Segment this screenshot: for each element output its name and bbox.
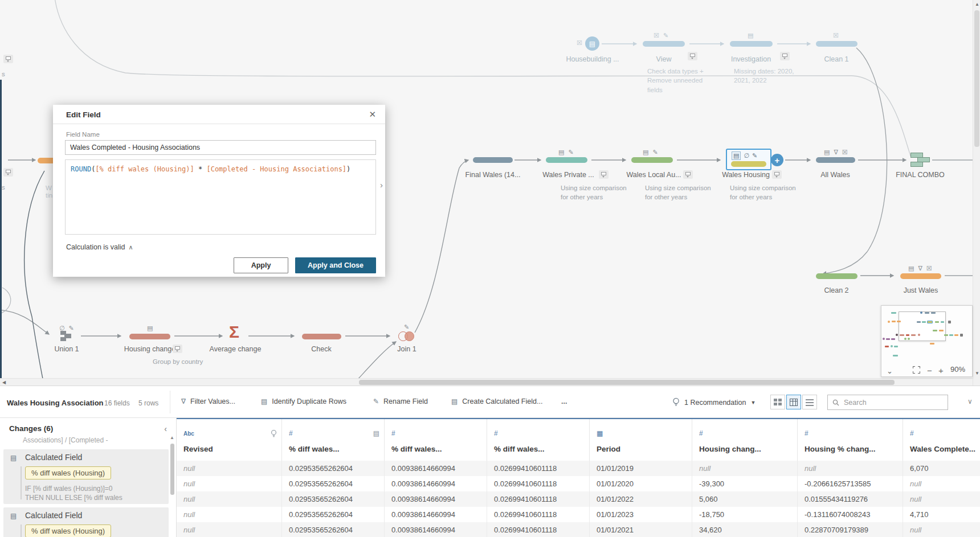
node-label-average-change[interactable]: Average change xyxy=(207,345,264,353)
table-row[interactable]: null0.029535652626040.009386146609940.02… xyxy=(177,491,980,507)
collapse-panel-icon[interactable]: ‹ xyxy=(164,424,167,433)
grid-cell[interactable]: 0.00938614660994 xyxy=(385,522,487,537)
node-label-final-wales[interactable]: Final Wales (14... xyxy=(464,171,521,179)
search-box[interactable] xyxy=(827,395,948,410)
node-view[interactable] xyxy=(643,41,685,47)
grid-cell[interactable]: -0.20661625713585 xyxy=(798,476,903,491)
grid-cell[interactable]: 34,620 xyxy=(692,522,798,537)
grid-cell[interactable]: null xyxy=(177,522,282,537)
grid-cell[interactable]: null xyxy=(903,491,980,507)
horizontal-scrollbar-thumb[interactable] xyxy=(359,380,895,385)
recommendations-button[interactable]: 1 Recommendation ▼ xyxy=(672,397,756,407)
column-header-period[interactable]: ▦Period xyxy=(590,419,692,461)
node-clean2[interactable] xyxy=(816,273,858,279)
node-wales-housing-pill[interactable] xyxy=(731,161,766,167)
node-label-final-combo[interactable]: FINAL COMBO xyxy=(892,171,949,179)
more-options-button[interactable]: ... xyxy=(561,397,567,405)
view-toggle-cards[interactable] xyxy=(770,395,785,409)
grid-cell[interactable]: 0.00938614660994 xyxy=(385,507,487,522)
comment-icon[interactable] xyxy=(173,345,182,353)
zoom-out-icon[interactable]: − xyxy=(927,366,932,375)
vertical-scrollbar[interactable]: ▲ ▼ xyxy=(973,0,980,386)
grid-cell[interactable]: null xyxy=(177,491,282,507)
node-label-view[interactable]: View xyxy=(641,55,687,63)
view-toggle-table[interactable] xyxy=(786,395,801,409)
node-label-all-wales[interactable]: All Wales xyxy=(812,171,858,179)
create-calculated-field-button[interactable]: ▤Create Calculated Field... xyxy=(451,397,542,405)
node-clean1[interactable] xyxy=(816,41,858,47)
node-label-join1[interactable]: Join 1 xyxy=(384,345,430,353)
grid-cell[interactable]: 0.00938614660994 xyxy=(385,476,487,491)
grid-cell[interactable]: -0.13116074008243 xyxy=(798,507,903,522)
field-chip[interactable]: % diff wales (Housing) xyxy=(25,466,111,479)
grid-cell[interactable]: 01/01/2020 xyxy=(590,476,692,491)
grid-cell[interactable]: 0.02699410601118 xyxy=(487,507,590,522)
node-all-wales[interactable] xyxy=(816,157,855,163)
node-investigation[interactable] xyxy=(730,41,773,47)
grid-cell[interactable]: 0.02953565262604 xyxy=(282,476,385,491)
union-icon[interactable] xyxy=(60,331,73,342)
node-housebuilding-input[interactable]: ▤ xyxy=(585,36,599,51)
node-label-housebuilding[interactable]: Housebuilding ... xyxy=(547,55,638,63)
grid-cell[interactable]: null xyxy=(692,461,798,476)
search-input[interactable] xyxy=(843,398,943,407)
grid-cell[interactable]: null xyxy=(903,522,980,537)
node-label-clean2[interactable]: Clean 2 xyxy=(814,286,859,294)
column-header-%-diff-wales-[interactable]: #% diff wales... xyxy=(385,419,487,461)
wales-housing-step-icons[interactable]: ▤∅✎ xyxy=(732,151,757,160)
comment-icon[interactable] xyxy=(772,170,782,179)
column-header-housing-%-chang-[interactable]: #Housing % chang... xyxy=(798,419,903,461)
identify-duplicate-rows-button[interactable]: ▤Identify Duplicate Rows xyxy=(261,397,346,405)
node-label-clean1[interactable]: Clean 1 xyxy=(814,55,859,63)
horizontal-scrollbar[interactable]: ◀ xyxy=(0,378,973,386)
node-label-wales-housing[interactable]: Wales Housing ... xyxy=(719,171,781,179)
comment-icon[interactable] xyxy=(3,55,13,63)
node-label-just-wales[interactable]: Just Wales xyxy=(898,286,944,294)
grid-cell[interactable]: 0.02953565262604 xyxy=(282,522,385,537)
node-just-wales[interactable] xyxy=(900,273,941,279)
grid-cell[interactable]: 0.02699410601118 xyxy=(487,461,590,476)
minimap-collapse-icon[interactable]: ⌄ xyxy=(887,367,893,375)
grid-cell[interactable]: -39,300 xyxy=(692,476,798,491)
node-final-wales[interactable] xyxy=(473,157,513,163)
column-header-%-diff-wales-[interactable]: #% diff wales... xyxy=(487,419,590,461)
grid-cell[interactable]: 0.02699410601118 xyxy=(487,491,590,507)
node-label-investigation[interactable]: Investigation xyxy=(722,55,779,63)
table-row[interactable]: null0.029535652626040.009386146609940.02… xyxy=(177,476,980,491)
table-row[interactable]: null0.029535652626040.009386146609940.02… xyxy=(177,522,980,537)
apply-button[interactable]: Apply xyxy=(234,257,288,273)
grid-cell[interactable]: 0.02953565262604 xyxy=(282,461,385,476)
grid-cell[interactable]: 0.02699410601118 xyxy=(487,522,590,537)
field-name-input[interactable] xyxy=(65,140,376,155)
column-header-%-diff-wales-[interactable]: #▤% diff wales... xyxy=(282,419,385,461)
zoom-level[interactable]: 90% xyxy=(950,366,965,373)
node-label-housing-change[interactable]: Housing change xyxy=(121,345,178,353)
grid-cell[interactable]: 01/01/2022 xyxy=(590,491,692,507)
formula-editor[interactable]: ROUND([% diff wales (Housing)] * [Comple… xyxy=(65,159,376,235)
changes-scrollbar-thumb[interactable] xyxy=(170,444,174,495)
grid-cell[interactable]: 01/01/2023 xyxy=(590,507,692,522)
comment-icon[interactable] xyxy=(599,170,609,179)
grid-cell[interactable]: null xyxy=(903,476,980,491)
aggregate-sigma-icon[interactable]: Σ xyxy=(229,323,239,341)
add-step-button[interactable]: + xyxy=(771,154,783,166)
node-check[interactable] xyxy=(302,334,341,339)
union-combo-icon[interactable] xyxy=(910,153,931,168)
node-wales-housing-selected[interactable]: ▤∅✎ xyxy=(726,149,771,170)
comment-icon[interactable] xyxy=(3,168,13,177)
column-header-housing-chang-[interactable]: #Housing chang... xyxy=(692,419,798,461)
grid-cell[interactable]: 01/01/2019 xyxy=(590,461,692,476)
grid-cell[interactable]: 5,060 xyxy=(692,491,798,507)
node-housing-change[interactable] xyxy=(129,334,170,339)
join-venn-icon[interactable] xyxy=(398,331,415,342)
grid-cell[interactable]: 0.02699410601118 xyxy=(487,476,590,491)
grid-cell[interactable]: 0.02953565262604 xyxy=(282,491,385,507)
comment-icon[interactable] xyxy=(683,170,693,179)
grid-cell[interactable]: 0.00938614660994 xyxy=(385,461,487,476)
grid-cell[interactable]: 0.02953565262604 xyxy=(282,507,385,522)
grid-cell[interactable]: null xyxy=(177,476,282,491)
minimap-viewport[interactable] xyxy=(899,311,946,341)
view-toggle-list[interactable] xyxy=(802,395,817,409)
column-header-wales-complete-[interactable]: #Wales Complete... xyxy=(903,419,980,461)
grid-cell[interactable]: 0.01555434119276 xyxy=(798,491,903,507)
